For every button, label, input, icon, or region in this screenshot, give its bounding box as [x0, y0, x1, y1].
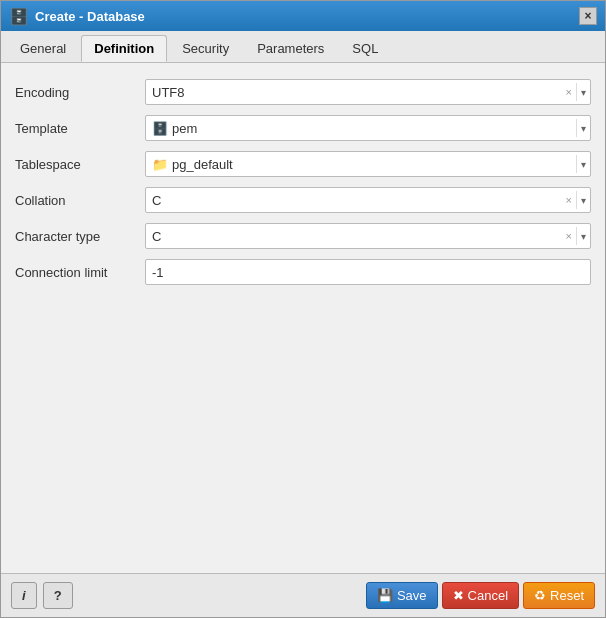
connection-limit-label: Connection limit: [15, 265, 145, 280]
character-type-select[interactable]: C × ▾: [145, 223, 591, 249]
encoding-control: UTF8 × ▾: [145, 79, 591, 105]
connection-limit-input[interactable]: [145, 259, 591, 285]
save-label: Save: [397, 588, 427, 603]
save-button[interactable]: 💾 Save: [366, 582, 438, 609]
collation-label: Collation: [15, 193, 145, 208]
encoding-row: Encoding UTF8 × ▾: [15, 79, 591, 105]
tab-sql[interactable]: SQL: [339, 35, 391, 62]
template-label: Template: [15, 121, 145, 136]
tab-bar: General Definition Security Parameters S…: [1, 31, 605, 63]
collation-value: C: [152, 193, 564, 208]
character-type-value: C: [152, 229, 564, 244]
tablespace-row: Tablespace 📁 pg_default ▾: [15, 151, 591, 177]
character-type-control: C × ▾: [145, 223, 591, 249]
encoding-dropdown-icon[interactable]: ▾: [576, 83, 586, 101]
character-type-clear-icon[interactable]: ×: [564, 230, 574, 242]
template-control: 🗄️ pem ▾: [145, 115, 591, 141]
tablespace-select[interactable]: 📁 pg_default ▾: [145, 151, 591, 177]
tab-parameters[interactable]: Parameters: [244, 35, 337, 62]
tab-definition[interactable]: Definition: [81, 35, 167, 62]
footer: i ? 💾 Save ✖ Cancel ♻ Reset: [1, 573, 605, 617]
encoding-value: UTF8: [152, 85, 564, 100]
template-select[interactable]: 🗄️ pem ▾: [145, 115, 591, 141]
footer-left: i ?: [11, 582, 360, 609]
tablespace-control: 📁 pg_default ▾: [145, 151, 591, 177]
template-dropdown-icon[interactable]: ▾: [576, 119, 586, 137]
main-window: 🗄️ Create - Database × General Definitio…: [0, 0, 606, 618]
collation-control: C × ▾: [145, 187, 591, 213]
title-bar: 🗄️ Create - Database ×: [1, 1, 605, 31]
tablespace-folder-icon: 📁: [152, 157, 168, 172]
info-button[interactable]: i: [11, 582, 37, 609]
character-type-label: Character type: [15, 229, 145, 244]
encoding-clear-icon[interactable]: ×: [564, 86, 574, 98]
tablespace-label: Tablespace: [15, 157, 145, 172]
template-row: Template 🗄️ pem ▾: [15, 115, 591, 141]
cancel-label: Cancel: [468, 588, 508, 603]
character-type-row: Character type C × ▾: [15, 223, 591, 249]
window-title: Create - Database: [35, 9, 573, 24]
footer-right: 💾 Save ✖ Cancel ♻ Reset: [366, 582, 595, 609]
cancel-button[interactable]: ✖ Cancel: [442, 582, 519, 609]
collation-select[interactable]: C × ▾: [145, 187, 591, 213]
connection-limit-control: [145, 259, 591, 285]
template-value: 🗄️ pem: [152, 121, 574, 136]
tab-security[interactable]: Security: [169, 35, 242, 62]
encoding-label: Encoding: [15, 85, 145, 100]
collation-clear-icon[interactable]: ×: [564, 194, 574, 206]
app-icon: 🗄️: [9, 7, 29, 26]
reset-icon: ♻: [534, 588, 546, 603]
connection-limit-row: Connection limit: [15, 259, 591, 285]
help-button[interactable]: ?: [43, 582, 73, 609]
tablespace-value: 📁 pg_default: [152, 157, 574, 172]
cancel-icon: ✖: [453, 588, 464, 603]
encoding-select[interactable]: UTF8 × ▾: [145, 79, 591, 105]
tablespace-dropdown-icon[interactable]: ▾: [576, 155, 586, 173]
collation-dropdown-icon[interactable]: ▾: [576, 191, 586, 209]
reset-button[interactable]: ♻ Reset: [523, 582, 595, 609]
close-button[interactable]: ×: [579, 7, 597, 25]
collation-row: Collation C × ▾: [15, 187, 591, 213]
save-icon: 💾: [377, 588, 393, 603]
tab-general[interactable]: General: [7, 35, 79, 62]
reset-label: Reset: [550, 588, 584, 603]
character-type-dropdown-icon[interactable]: ▾: [576, 227, 586, 245]
template-db-icon: 🗄️: [152, 121, 168, 136]
form-content: Encoding UTF8 × ▾ Template 🗄️ pem ▾: [1, 63, 605, 573]
